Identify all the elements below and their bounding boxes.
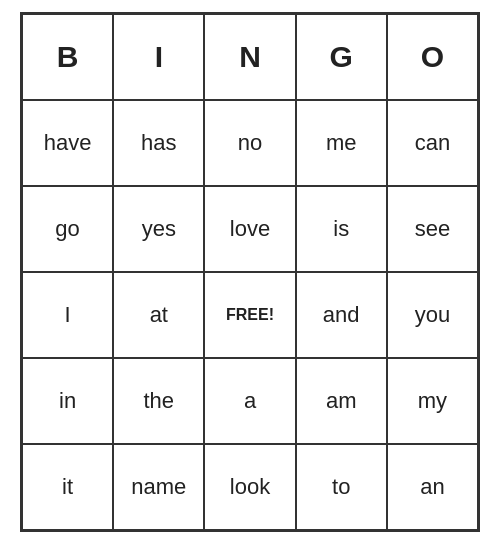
cell-2-4: is: [296, 186, 387, 272]
cell-3-1: I: [22, 272, 113, 358]
cell-5-5: an: [387, 444, 478, 530]
header-i: I: [113, 14, 204, 100]
cell-4-4: am: [296, 358, 387, 444]
bingo-card: B I N G O have has no me can go yes love…: [20, 12, 480, 532]
cell-4-5: my: [387, 358, 478, 444]
cell-5-3: look: [204, 444, 295, 530]
cell-2-2: yes: [113, 186, 204, 272]
row-4: in the a am my: [22, 358, 478, 444]
cell-4-2: the: [113, 358, 204, 444]
cell-1-3: no: [204, 100, 295, 186]
header-b: B: [22, 14, 113, 100]
row-1: have has no me can: [22, 100, 478, 186]
cell-1-1: have: [22, 100, 113, 186]
cell-3-5: you: [387, 272, 478, 358]
cell-2-1: go: [22, 186, 113, 272]
cell-1-5: can: [387, 100, 478, 186]
cell-4-3: a: [204, 358, 295, 444]
cell-5-4: to: [296, 444, 387, 530]
cell-3-4: and: [296, 272, 387, 358]
cell-4-1: in: [22, 358, 113, 444]
header-g: G: [296, 14, 387, 100]
cell-1-2: has: [113, 100, 204, 186]
cell-5-2: name: [113, 444, 204, 530]
cell-3-3-free: FREE!: [204, 272, 295, 358]
header-o: O: [387, 14, 478, 100]
header-row: B I N G O: [22, 14, 478, 100]
cell-1-4: me: [296, 100, 387, 186]
cell-2-3: love: [204, 186, 295, 272]
row-5: it name look to an: [22, 444, 478, 530]
cell-5-1: it: [22, 444, 113, 530]
cell-2-5: see: [387, 186, 478, 272]
row-3: I at FREE! and you: [22, 272, 478, 358]
header-n: N: [204, 14, 295, 100]
cell-3-2: at: [113, 272, 204, 358]
row-2: go yes love is see: [22, 186, 478, 272]
